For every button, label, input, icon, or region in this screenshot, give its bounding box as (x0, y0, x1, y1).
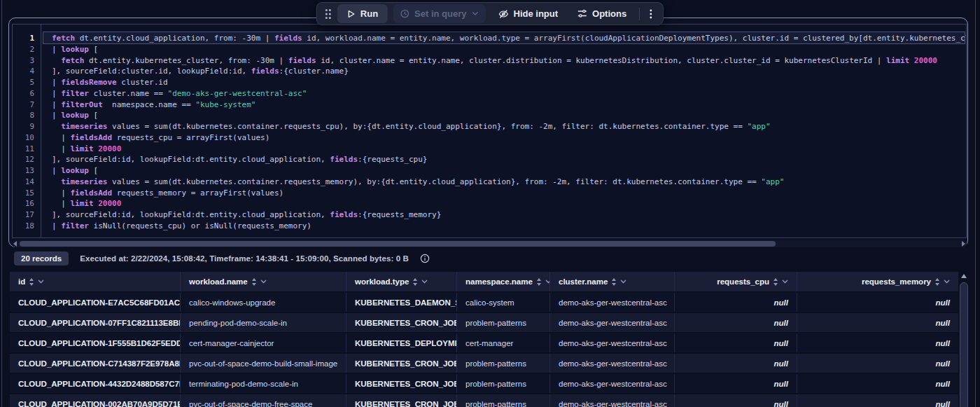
cell-cluster.name: demo-aks-ger-westcentral-asc (550, 293, 674, 312)
table-row[interactable]: CLOUD_APPLICATION-002AB70A9D5D71EDpvc-ou… (10, 393, 958, 407)
cell-cluster.name: demo-aks-ger-westcentral-asc (550, 354, 674, 373)
scroll-right-arrow-icon[interactable] (962, 241, 965, 247)
column-header-workload.name[interactable]: workload.name (180, 272, 346, 291)
column-header-requests_cpu[interactable]: requests_cpu (674, 272, 797, 291)
cell-workload.name: cert-manager-cainjector (180, 333, 346, 352)
column-header-workload.type[interactable]: workload.type (346, 272, 456, 291)
table-row[interactable]: CLOUD_APPLICATION-07FF1C821113E8BEpendin… (10, 312, 958, 332)
code-editor[interactable]: 123456789101112131415161718 fetch dt.ent… (12, 24, 967, 238)
line-number: 2 (13, 44, 41, 55)
line-number-gutter: 123456789101112131415161718 (13, 25, 41, 237)
cell-namespace.name: problem-patterns (456, 394, 550, 407)
column-label: requests_memory (862, 277, 931, 286)
cell-requests_cpu: null (674, 374, 797, 393)
table-row[interactable]: CLOUD_APPLICATION-4432D2488D587C7Btermin… (10, 373, 958, 393)
column-header-requests_memory[interactable]: requests_memory (797, 272, 958, 291)
cell-id: CLOUD_APPLICATION-002AB70A9D5D71ED (10, 394, 180, 407)
results-table: idworkload.nameworkload.typenamespace.na… (10, 272, 958, 407)
cell-workload.name: pvc-out-of-space-demo-free-space (180, 394, 346, 407)
drag-handle-icon[interactable] (323, 8, 333, 20)
line-number: 1 (13, 33, 41, 44)
run-button[interactable]: Run (337, 4, 388, 23)
table-row[interactable]: CLOUD_APPLICATION-1F555B1D62F5EDD0cert-m… (10, 332, 958, 352)
sort-icon[interactable] (934, 278, 940, 286)
line-number: 10 (13, 132, 41, 144)
table-header-row: idworkload.nameworkload.typenamespace.na… (10, 272, 958, 291)
column-menu-chevron-icon[interactable] (38, 280, 44, 284)
hide-input-label: Hide input (514, 8, 559, 19)
line-number: 9 (13, 121, 41, 132)
code-area[interactable]: fetch dt.entity.cloud_application, from:… (42, 25, 966, 237)
code-line: | lookup [ (52, 165, 966, 177)
table-scroll-up-arrow[interactable] (960, 274, 968, 280)
column-label: cluster.name (559, 277, 608, 286)
code-line: | fieldsAdd requests_cpu = arrayFirst(va… (52, 132, 966, 144)
sort-icon[interactable] (536, 278, 542, 286)
line-number: 11 (13, 144, 41, 155)
column-label: requests_cpu (717, 277, 769, 286)
code-line: fetch dt.entity.cloud_application, from:… (52, 33, 966, 44)
options-label: Options (592, 8, 626, 19)
line-number: 14 (13, 177, 41, 188)
run-button-label: Run (360, 8, 378, 19)
dql-editor-card: 123456789101112131415161718 fetch dt.ent… (8, 18, 968, 247)
eye-off-icon (498, 9, 509, 19)
cell-id: CLOUD_APPLICATION-1F555B1D62F5EDD0 (10, 333, 180, 352)
line-number: 17 (13, 209, 41, 221)
line-number: 8 (13, 110, 41, 121)
table-row[interactable]: CLOUD_APPLICATION-E7AC5C68FD01ACFFcalico… (10, 291, 958, 312)
sort-icon[interactable] (611, 278, 617, 286)
horizontal-scroll-thumb[interactable] (20, 241, 776, 247)
cell-workload.name: terminating-pod-demo-scale-in (180, 374, 346, 393)
line-number: 5 (13, 77, 41, 88)
code-line: | limit 20000 (52, 144, 966, 155)
hide-input-button[interactable]: Hide input (491, 4, 566, 23)
cell-requests_memory: null (797, 293, 958, 312)
column-menu-chevron-icon[interactable] (260, 280, 267, 284)
column-header-namespace.name[interactable]: namespace.name (456, 272, 550, 291)
code-line: | lookup [ (52, 110, 966, 121)
column-menu-chevron-icon[interactable] (421, 280, 428, 284)
code-line: | lookup [ (52, 44, 966, 55)
column-menu-chevron-icon[interactable] (782, 280, 788, 284)
sort-icon[interactable] (773, 278, 778, 286)
column-label: workload.type (355, 277, 409, 286)
result-status-bar: 20 records Executed at: 2/22/2024, 15:08… (14, 251, 430, 265)
set-in-query-button[interactable]: Set in query (393, 4, 485, 23)
cell-requests_cpu: null (674, 313, 797, 332)
table-body: CLOUD_APPLICATION-E7AC5C68FD01ACFFcalico… (10, 291, 958, 407)
more-actions-button[interactable] (645, 5, 657, 23)
kebab-menu-icon (650, 9, 652, 19)
column-menu-chevron-icon[interactable] (620, 280, 626, 284)
sort-icon[interactable] (251, 278, 257, 286)
sort-icon[interactable] (412, 278, 418, 286)
table-row[interactable]: CLOUD_APPLICATION-C714387F2E978A8Fpvc-ou… (10, 352, 958, 373)
cell-id: CLOUD_APPLICATION-4432D2488D587C7B (10, 374, 180, 393)
cell-requests_cpu: null (674, 394, 797, 407)
table-vertical-scroll-thumb[interactable] (960, 282, 968, 407)
cell-requests_memory: null (797, 354, 958, 373)
line-number: 18 (13, 221, 41, 232)
editor-horizontal-scrollbar[interactable] (12, 240, 967, 247)
code-line: | filter cluster.name == "demo-aks-ger-w… (52, 88, 966, 99)
line-number: 12 (13, 154, 41, 165)
cell-workload.type: KUBERNETES_CRON_JOB (346, 374, 456, 393)
sort-icon[interactable] (29, 278, 34, 286)
code-line: ], sourceField:cluster.id, lookupField:i… (52, 66, 966, 77)
line-number: 4 (13, 66, 41, 77)
code-line: ], sourceField:id, lookupField:dt.entity… (52, 209, 966, 221)
cell-namespace.name: calico-system (456, 293, 550, 312)
cell-namespace.name: problem-patterns (456, 374, 550, 393)
line-number: 3 (13, 55, 41, 67)
info-icon[interactable] (420, 254, 430, 263)
code-line: timeseries values = sum(dt.kubernetes.co… (52, 177, 966, 188)
column-menu-chevron-icon[interactable] (944, 280, 950, 284)
dql-query-editor-screen: Run Set in query Hide input (0, 0, 980, 407)
column-header-id[interactable]: id (10, 272, 180, 291)
line-number: 6 (13, 88, 41, 99)
options-button[interactable]: Options (570, 4, 634, 23)
cell-id: CLOUD_APPLICATION-C714387F2E978A8F (10, 354, 180, 373)
scroll-left-arrow-icon[interactable] (13, 241, 17, 247)
code-line: | filter isNull(requests_cpu) or isNull(… (52, 221, 966, 232)
column-header-cluster.name[interactable]: cluster.name (550, 272, 674, 291)
